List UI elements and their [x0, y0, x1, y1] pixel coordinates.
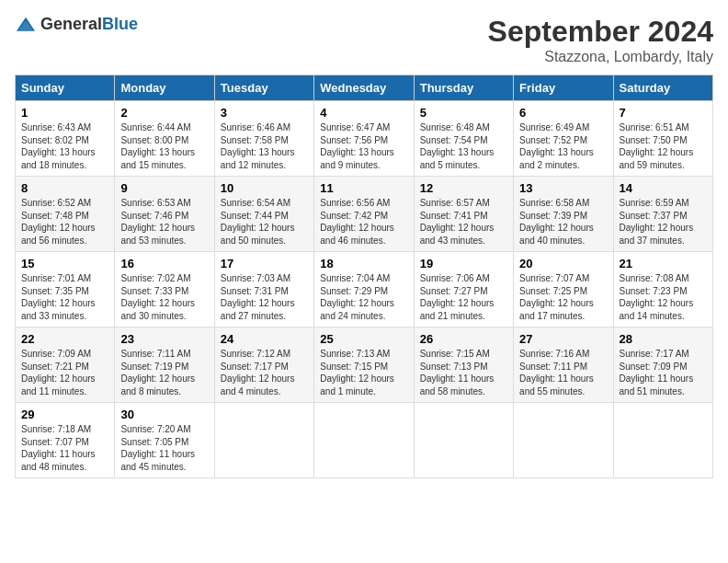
- calendar-cell: 14Sunrise: 6:59 AMSunset: 7:37 PMDayligh…: [613, 177, 712, 252]
- day-info: Sunrise: 6:49 AMSunset: 7:52 PMDaylight:…: [519, 121, 607, 171]
- day-info: Sunrise: 7:02 AMSunset: 7:33 PMDaylight:…: [120, 272, 208, 322]
- calendar-cell: 13Sunrise: 6:58 AMSunset: 7:39 PMDayligh…: [514, 177, 613, 252]
- day-number: 1: [21, 106, 108, 120]
- calendar-cell: 16Sunrise: 7:02 AMSunset: 7:33 PMDayligh…: [115, 252, 214, 327]
- day-number: 26: [420, 332, 507, 346]
- day-number: 27: [519, 332, 607, 346]
- calendar-week-row: 1Sunrise: 6:43 AMSunset: 8:02 PMDaylight…: [16, 101, 713, 177]
- calendar-cell: 29Sunrise: 7:18 AMSunset: 7:07 PMDayligh…: [16, 403, 115, 478]
- calendar-cell: 27Sunrise: 7:16 AMSunset: 7:11 PMDayligh…: [514, 327, 613, 403]
- header-day-tuesday: Tuesday: [214, 75, 313, 101]
- day-number: 7: [620, 106, 707, 120]
- day-number: 29: [21, 408, 108, 421]
- calendar-cell: [414, 403, 513, 478]
- day-info: Sunrise: 6:48 AMSunset: 7:54 PMDaylight:…: [420, 121, 507, 171]
- day-number: 22: [21, 332, 108, 346]
- month-title: September 2024: [488, 15, 713, 49]
- day-number: 23: [120, 332, 208, 346]
- day-number: 20: [519, 257, 607, 270]
- day-info: Sunrise: 7:09 AMSunset: 7:21 PMDaylight:…: [21, 348, 108, 397]
- day-number: 10: [221, 181, 308, 195]
- day-info: Sunrise: 7:08 AMSunset: 7:23 PMDaylight:…: [620, 272, 707, 322]
- day-info: Sunrise: 6:47 AMSunset: 7:56 PMDaylight:…: [320, 121, 407, 171]
- day-number: 9: [120, 181, 208, 195]
- day-number: 19: [420, 257, 507, 270]
- calendar-cell: [314, 403, 414, 478]
- day-number: 16: [120, 257, 208, 270]
- day-number: 15: [21, 257, 108, 270]
- day-info: Sunrise: 6:57 AMSunset: 7:41 PMDaylight:…: [420, 197, 507, 247]
- calendar-cell: 12Sunrise: 6:57 AMSunset: 7:41 PMDayligh…: [414, 177, 513, 252]
- day-info: Sunrise: 7:18 AMSunset: 7:07 PMDaylight:…: [21, 423, 108, 473]
- day-info: Sunrise: 7:11 AMSunset: 7:19 PMDaylight:…: [120, 348, 208, 397]
- location-title: Stazzona, Lombardy, Italy: [488, 49, 713, 65]
- day-info: Sunrise: 7:16 AMSunset: 7:11 PMDaylight:…: [519, 348, 607, 397]
- day-number: 4: [320, 106, 407, 120]
- day-info: Sunrise: 6:58 AMSunset: 7:39 PMDaylight:…: [519, 197, 607, 247]
- header-day-friday: Friday: [514, 75, 613, 101]
- calendar-cell: 24Sunrise: 7:12 AMSunset: 7:17 PMDayligh…: [214, 327, 313, 403]
- calendar-week-row: 29Sunrise: 7:18 AMSunset: 7:07 PMDayligh…: [16, 403, 713, 478]
- day-number: 18: [320, 257, 407, 270]
- day-number: 3: [221, 106, 308, 120]
- day-info: Sunrise: 6:56 AMSunset: 7:42 PMDaylight:…: [320, 197, 407, 247]
- day-number: 8: [21, 181, 108, 195]
- day-info: Sunrise: 6:46 AMSunset: 7:58 PMDaylight:…: [221, 121, 308, 171]
- calendar-cell: 15Sunrise: 7:01 AMSunset: 7:35 PMDayligh…: [16, 252, 115, 327]
- day-info: Sunrise: 6:59 AMSunset: 7:37 PMDaylight:…: [620, 197, 707, 247]
- calendar-header-row: SundayMondayTuesdayWednesdayThursdayFrid…: [16, 75, 713, 101]
- day-number: 14: [620, 181, 707, 195]
- day-info: Sunrise: 7:04 AMSunset: 7:29 PMDaylight:…: [320, 272, 407, 322]
- day-info: Sunrise: 6:44 AMSunset: 8:00 PMDaylight:…: [120, 121, 208, 171]
- day-info: Sunrise: 7:12 AMSunset: 7:17 PMDaylight:…: [221, 348, 308, 397]
- calendar-cell: 7Sunrise: 6:51 AMSunset: 7:50 PMDaylight…: [613, 101, 712, 177]
- day-info: Sunrise: 7:20 AMSunset: 7:05 PMDaylight:…: [120, 423, 208, 473]
- calendar-cell: 2Sunrise: 6:44 AMSunset: 8:00 PMDaylight…: [115, 101, 214, 177]
- calendar-table: SundayMondayTuesdayWednesdayThursdayFrid…: [15, 75, 713, 478]
- logo-text-blue: Blue: [102, 15, 138, 33]
- logo-text-general: General: [40, 15, 102, 33]
- calendar-cell: 3Sunrise: 6:46 AMSunset: 7:58 PMDaylight…: [214, 101, 313, 177]
- day-info: Sunrise: 6:43 AMSunset: 8:02 PMDaylight:…: [21, 121, 108, 171]
- header-day-saturday: Saturday: [613, 75, 712, 101]
- header-day-sunday: Sunday: [16, 75, 115, 101]
- logo: GeneralBlue: [15, 15, 138, 34]
- calendar-cell: 19Sunrise: 7:06 AMSunset: 7:27 PMDayligh…: [414, 252, 513, 327]
- day-number: 21: [620, 257, 707, 270]
- day-info: Sunrise: 6:53 AMSunset: 7:46 PMDaylight:…: [120, 197, 208, 247]
- day-info: Sunrise: 7:06 AMSunset: 7:27 PMDaylight:…: [420, 272, 507, 322]
- calendar-cell: 26Sunrise: 7:15 AMSunset: 7:13 PMDayligh…: [414, 327, 513, 403]
- header: GeneralBlue September 2024 Stazzona, Lom…: [15, 15, 713, 65]
- calendar-cell: 8Sunrise: 6:52 AMSunset: 7:48 PMDaylight…: [16, 177, 115, 252]
- day-number: 11: [320, 181, 407, 195]
- calendar-cell: 10Sunrise: 6:54 AMSunset: 7:44 PMDayligh…: [214, 177, 313, 252]
- day-number: 25: [320, 332, 407, 346]
- day-number: 17: [221, 257, 308, 270]
- day-info: Sunrise: 7:03 AMSunset: 7:31 PMDaylight:…: [221, 272, 308, 322]
- day-number: 5: [420, 106, 507, 120]
- day-info: Sunrise: 7:07 AMSunset: 7:25 PMDaylight:…: [519, 272, 607, 322]
- day-info: Sunrise: 7:15 AMSunset: 7:13 PMDaylight:…: [420, 348, 507, 397]
- day-number: 6: [519, 106, 607, 120]
- header-day-wednesday: Wednesday: [314, 75, 414, 101]
- day-info: Sunrise: 6:54 AMSunset: 7:44 PMDaylight:…: [221, 197, 308, 247]
- calendar-cell: 28Sunrise: 7:17 AMSunset: 7:09 PMDayligh…: [613, 327, 712, 403]
- calendar-cell: 11Sunrise: 6:56 AMSunset: 7:42 PMDayligh…: [314, 177, 414, 252]
- day-number: 12: [420, 181, 507, 195]
- logo-icon: [15, 16, 37, 34]
- day-info: Sunrise: 7:01 AMSunset: 7:35 PMDaylight:…: [21, 272, 108, 322]
- calendar-week-row: 22Sunrise: 7:09 AMSunset: 7:21 PMDayligh…: [16, 327, 713, 403]
- day-number: 13: [519, 181, 607, 195]
- calendar-week-row: 8Sunrise: 6:52 AMSunset: 7:48 PMDaylight…: [16, 177, 713, 252]
- calendar-cell: [514, 403, 613, 478]
- calendar-cell: 30Sunrise: 7:20 AMSunset: 7:05 PMDayligh…: [115, 403, 214, 478]
- day-number: 28: [620, 332, 707, 346]
- day-info: Sunrise: 6:51 AMSunset: 7:50 PMDaylight:…: [620, 121, 707, 171]
- calendar-week-row: 15Sunrise: 7:01 AMSunset: 7:35 PMDayligh…: [16, 252, 713, 327]
- calendar-cell: [214, 403, 313, 478]
- calendar-cell: 18Sunrise: 7:04 AMSunset: 7:29 PMDayligh…: [314, 252, 414, 327]
- header-day-monday: Monday: [115, 75, 214, 101]
- calendar-cell: 20Sunrise: 7:07 AMSunset: 7:25 PMDayligh…: [514, 252, 613, 327]
- day-number: 30: [120, 408, 208, 421]
- header-day-thursday: Thursday: [414, 75, 513, 101]
